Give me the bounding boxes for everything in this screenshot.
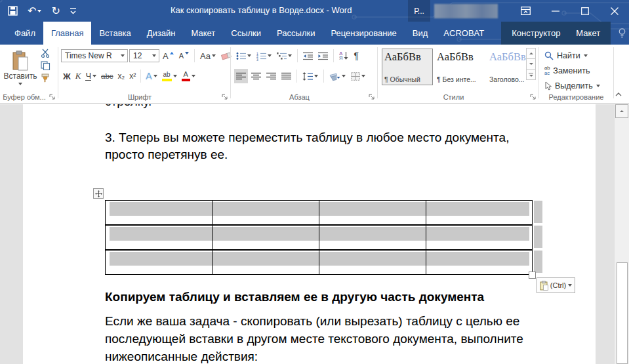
decrease-indent-button[interactable] <box>301 49 315 63</box>
maximize-button[interactable] <box>570 0 599 22</box>
style-normal[interactable]: АаБбВв ¶ Обычный <box>382 49 433 85</box>
table-row[interactable] <box>106 251 532 275</box>
tell-me-button[interactable]: Помощн <box>611 22 629 45</box>
align-center-button[interactable] <box>249 69 263 83</box>
table-move-handle[interactable] <box>93 188 104 199</box>
font-size-combo[interactable]: 12 <box>129 49 159 62</box>
column-border <box>319 251 319 275</box>
table-row[interactable] <box>106 201 532 226</box>
find-button[interactable]: Найти <box>544 49 588 62</box>
multilevel-list-caret[interactable] <box>288 54 292 57</box>
shading-caret[interactable] <box>342 75 346 77</box>
ribbon-display-options-button[interactable] <box>511 0 540 22</box>
scroll-up-button[interactable] <box>615 104 628 118</box>
font-dialog-launcher[interactable] <box>222 94 228 100</box>
tab-design[interactable]: Дизайн <box>139 22 184 45</box>
multilevel-list-button[interactable] <box>275 49 294 63</box>
font-size-caret[interactable] <box>149 50 159 62</box>
underline-button[interactable]: Ч <box>83 69 98 83</box>
table-row[interactable] <box>106 226 532 251</box>
increase-indent-button[interactable] <box>316 49 330 63</box>
underline-caret[interactable] <box>92 75 96 77</box>
tab-home[interactable]: Главная <box>43 22 91 45</box>
table-resize-handle[interactable] <box>529 272 536 279</box>
styles-dialog-launcher[interactable] <box>530 94 537 100</box>
borders-button[interactable] <box>349 69 367 83</box>
numbering-caret[interactable] <box>268 54 272 57</box>
save-button[interactable] <box>8 6 18 16</box>
paragraph-copy-instructions[interactable]: Если же ваша задача - скопировать (или в… <box>105 312 530 364</box>
tab-file[interactable]: Файл <box>7 22 43 45</box>
italic-button[interactable]: К <box>73 69 83 83</box>
end-of-row-selection <box>534 251 542 273</box>
document-heading[interactable]: Копируем таблицу и вставляем ее в другую… <box>105 289 564 306</box>
clipped-paragraph[interactable]: стрелку. <box>105 104 302 110</box>
tab-acrobat[interactable]: ACROBAT <box>436 22 492 45</box>
shading-button[interactable] <box>327 69 348 83</box>
highlight-button[interactable]: ab <box>160 69 179 83</box>
numbering-button[interactable]: 123 <box>254 49 274 63</box>
line-spacing-caret[interactable] <box>314 75 318 77</box>
replace-button[interactable]: ab ac Заменить <box>544 64 590 77</box>
undo-button[interactable]: ↶ <box>28 6 41 16</box>
copy-icon[interactable] <box>41 61 51 70</box>
tab-review[interactable]: Рецензирование <box>323 22 404 45</box>
sort-button[interactable]: А Я <box>337 49 350 63</box>
select-caret[interactable] <box>596 85 600 87</box>
style-no-spacing[interactable]: АаБбВв ¶ Без инте... <box>434 49 485 85</box>
justify-icon <box>281 72 291 80</box>
undo-dropdown-caret[interactable] <box>37 10 41 12</box>
cut-scissors-icon[interactable] <box>41 49 51 58</box>
vertical-scrollbar[interactable] <box>614 104 629 364</box>
paragraph-dialog-launcher[interactable] <box>369 94 375 100</box>
tab-table-layout[interactable]: Макет <box>568 22 608 45</box>
align-center-icon <box>251 72 261 80</box>
align-left-button[interactable] <box>234 69 248 83</box>
text-effects-button[interactable]: А <box>144 69 159 83</box>
strikethrough-button[interactable]: abc <box>99 69 115 83</box>
line-spacing-button[interactable] <box>300 69 320 83</box>
tab-layout[interactable]: Макет <box>183 22 223 45</box>
redo-button[interactable]: ↻ <box>51 6 60 16</box>
borders-caret[interactable] <box>361 75 365 77</box>
close-button[interactable] <box>599 0 629 22</box>
document-page[interactable]: стрелку. 3. Теперь вы можете переместить… <box>23 104 596 364</box>
bullets-button[interactable] <box>234 49 253 63</box>
shrink-font-button[interactable]: А <box>177 49 191 63</box>
tab-references[interactable]: Ссылки <box>223 22 269 45</box>
font-name-caret[interactable] <box>117 50 127 62</box>
styles-more-button[interactable] <box>526 69 536 80</box>
highlight-caret[interactable] <box>173 75 177 77</box>
grow-font-button[interactable]: А <box>161 49 176 63</box>
show-marks-button[interactable]: ¶ <box>352 49 361 63</box>
clipboard-dialog-launcher[interactable] <box>49 94 56 100</box>
styles-scroll-up-button[interactable] <box>526 48 536 59</box>
tab-mailings[interactable]: Рассылки <box>269 22 323 45</box>
superscript-button[interactable]: x² <box>127 69 138 83</box>
paste-dropdown-caret[interactable] <box>18 83 22 85</box>
styles-scroll-down-button[interactable] <box>526 58 536 70</box>
paste-button[interactable]: Вставить <box>3 47 38 100</box>
document-table[interactable] <box>105 200 533 275</box>
font-color-button[interactable]: А <box>180 69 197 83</box>
font-color-caret[interactable] <box>192 75 195 77</box>
scrollbar-thumb[interactable] <box>617 262 628 364</box>
paragraph-step3[interactable]: 3. Теперь вы можете переместить таблицу … <box>105 129 546 163</box>
justify-button[interactable] <box>279 69 293 83</box>
tab-insert[interactable]: Вставка <box>91 22 138 45</box>
tab-table-design[interactable]: Конструктор <box>504 22 568 45</box>
format-painter-icon[interactable] <box>41 73 51 83</box>
minimize-button[interactable] <box>540 0 570 22</box>
change-case-button[interactable]: Aa <box>198 49 218 63</box>
subscript-button[interactable]: x₂ <box>116 69 127 83</box>
bold-button[interactable]: Ж <box>61 69 73 83</box>
font-name-combo[interactable]: Times New R <box>61 49 128 62</box>
find-caret[interactable] <box>584 54 588 57</box>
collapse-ribbon-button[interactable] <box>613 90 624 99</box>
user-account-button[interactable]: Р... <box>408 0 430 22</box>
bullets-caret[interactable] <box>247 54 251 57</box>
select-button[interactable]: Выделить <box>544 79 600 92</box>
customize-qat-button[interactable] <box>70 8 76 14</box>
align-right-button[interactable] <box>264 69 278 83</box>
tab-view[interactable]: Вид <box>405 22 436 45</box>
